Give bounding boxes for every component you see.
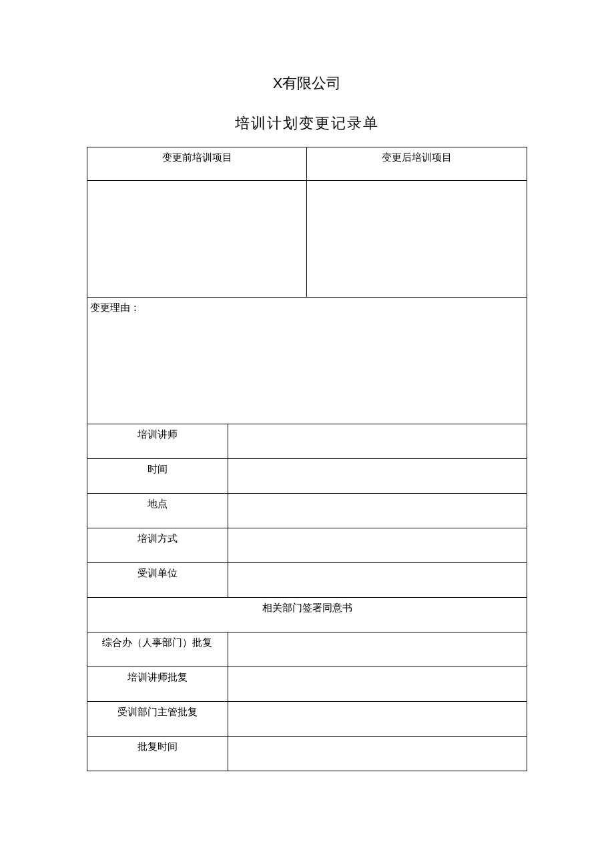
document-page: X有限公司 培训计划变更记录单 变更前培训项目 变更后培训项目 变更理由： 培训… bbox=[0, 0, 614, 771]
header-before: 变更前培训项目 bbox=[87, 147, 307, 181]
after-content bbox=[307, 181, 527, 298]
instructor-row: 培训讲师 bbox=[87, 424, 527, 459]
reason-row: 变更理由： bbox=[87, 298, 527, 424]
reason-label: 变更理由： bbox=[90, 302, 140, 313]
time-row: 时间 bbox=[87, 459, 527, 494]
change-record-table: 变更前培训项目 变更后培训项目 变更理由： 培训讲师 时间 地点 培训方式 bbox=[87, 147, 527, 771]
method-row: 培训方式 bbox=[87, 528, 527, 563]
section-header-row: 相关部门签署同意书 bbox=[87, 598, 527, 632]
time-label: 时间 bbox=[87, 459, 228, 494]
content-row bbox=[87, 181, 527, 298]
before-content bbox=[87, 181, 307, 298]
location-row: 地点 bbox=[87, 494, 527, 528]
approval-time-row: 批复时间 bbox=[87, 737, 527, 771]
approval-time-value bbox=[228, 737, 527, 771]
supervisor-approval-value bbox=[228, 702, 527, 737]
method-value bbox=[228, 528, 527, 563]
approval-time-label: 批复时间 bbox=[87, 737, 228, 771]
form-title: 培训计划变更记录单 bbox=[87, 113, 527, 133]
reason-cell: 变更理由： bbox=[87, 298, 527, 424]
instructor-approval-row: 培训讲师批复 bbox=[87, 667, 527, 702]
supervisor-approval-label: 受训部门主管批复 bbox=[87, 702, 228, 737]
company-name: X有限公司 bbox=[87, 73, 527, 93]
trainee-row: 受训单位 bbox=[87, 563, 527, 598]
method-label: 培训方式 bbox=[87, 528, 228, 563]
instructor-value bbox=[228, 424, 527, 459]
location-label: 地点 bbox=[87, 494, 228, 528]
location-value bbox=[228, 494, 527, 528]
section-header: 相关部门签署同意书 bbox=[87, 598, 527, 632]
hr-approval-label: 综合办（人事部门）批复 bbox=[87, 632, 228, 667]
header-row: 变更前培训项目 变更后培训项目 bbox=[87, 147, 527, 181]
supervisor-approval-row: 受训部门主管批复 bbox=[87, 702, 527, 737]
instructor-approval-value bbox=[228, 667, 527, 702]
header-after: 变更后培训项目 bbox=[307, 147, 527, 181]
trainee-label: 受训单位 bbox=[87, 563, 228, 598]
time-value bbox=[228, 459, 527, 494]
instructor-approval-label: 培训讲师批复 bbox=[87, 667, 228, 702]
hr-approval-row: 综合办（人事部门）批复 bbox=[87, 632, 527, 667]
hr-approval-value bbox=[228, 632, 527, 667]
trainee-value bbox=[228, 563, 527, 598]
instructor-label: 培训讲师 bbox=[87, 424, 228, 459]
